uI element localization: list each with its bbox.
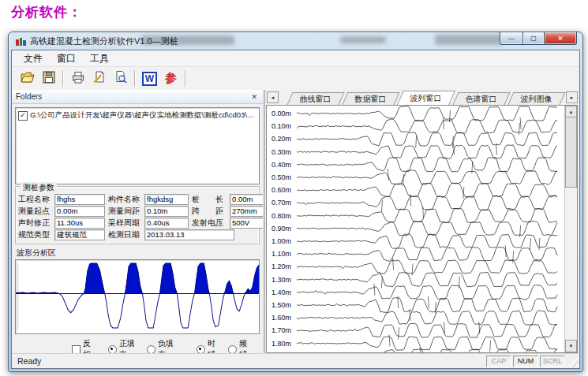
param-row: 规范类型建筑规范检测日期2013.03.13	[18, 229, 257, 240]
param-label: 测量间距	[108, 206, 144, 217]
param-field: fhghs	[54, 194, 105, 205]
right-panel: ◄ 曲线窗口数据窗口波列窗口色谱窗口波列图像 ► 1.80m1.70m1.60m…	[265, 90, 579, 354]
display-controls: 反相正填充负填充时域频域	[15, 338, 260, 354]
tabs: 曲线窗口数据窗口波列窗口色谱窗口波列图像	[290, 91, 566, 105]
up-arrow-icon: ▲	[569, 110, 574, 114]
status-text: Ready	[17, 356, 485, 366]
page-tool-icon	[92, 69, 107, 88]
wave-trace	[297, 183, 557, 197]
right-arrow-icon: ►	[570, 95, 575, 100]
open-file-button[interactable]	[17, 69, 38, 88]
invert-checkbox[interactable]	[72, 345, 81, 354]
down-arrow-icon: ▼	[569, 344, 574, 348]
param-row: 工程名称fhghs构件名称fhgkdsg桩 长0.00m	[18, 194, 257, 205]
word-report-button[interactable]: W	[139, 69, 160, 88]
folders-panel-header: Folders ✕	[12, 90, 263, 104]
print-button[interactable]	[67, 69, 88, 88]
close-button[interactable]: ✕	[544, 32, 577, 45]
param-label: 发射电压	[192, 218, 230, 229]
print-setup-button[interactable]	[88, 69, 110, 88]
wave-trace	[297, 260, 557, 274]
minimize-button[interactable]: —	[500, 32, 523, 45]
wave-trace	[297, 209, 557, 223]
minimize-icon: —	[508, 35, 515, 42]
tab-label: 色谱窗口	[466, 94, 497, 105]
param-label: 测量起点	[18, 206, 54, 217]
tab-scroll-left-button[interactable]: ◄	[267, 91, 279, 103]
wave-trace	[297, 248, 557, 262]
main-content: Folders ✕ ✓G:\公司产品设计开发\超声仪器\超声仪实地检测数据\测桩…	[12, 90, 579, 354]
param-label: 采样周期	[108, 218, 144, 229]
word-icon: W	[142, 72, 157, 86]
menu-file[interactable]: 文件	[17, 50, 50, 67]
scrollbar-thumb[interactable]	[565, 117, 577, 188]
param-label: 跨 距	[192, 206, 230, 217]
left-panel: Folders ✕ ✓G:\公司产品设计开发\超声仪器\超声仪实地检测数据\测桩…	[12, 90, 263, 354]
tab-data-window[interactable]: 数据窗口	[342, 92, 399, 105]
page-title: 分析软件：	[11, 3, 82, 21]
wave-trace	[297, 311, 557, 325]
domain-radio-1[interactable]	[228, 345, 237, 354]
param-label: 规范类型	[18, 229, 54, 240]
folder-item-checkbox[interactable]: ✓	[18, 111, 28, 121]
status-bar: Ready CAPNUMSCRL	[12, 353, 579, 368]
page-magnifier-icon	[113, 69, 129, 88]
status-indicators: CAPNUMSCRL	[485, 356, 565, 367]
toolbar: W 参	[12, 67, 579, 91]
glass-reflection	[340, 36, 386, 43]
window-title: 高铁建混凝土检测分析软件V1.0—测桩	[30, 35, 178, 47]
maximize-icon: ▢	[530, 35, 537, 42]
toolbar-separator	[62, 70, 64, 87]
scroll-down-button[interactable]: ▼	[565, 340, 577, 352]
fill-radio-0[interactable]	[108, 345, 117, 354]
maximize-button[interactable]: ▢	[523, 32, 544, 45]
param-row: 声时修正11.30us采样周期0.40us发射电压500V	[18, 218, 257, 229]
toolbar-separator	[185, 70, 186, 87]
folders-list[interactable]: ✓G:\公司产品设计开发\超声仪器\超声仪实地检测数据\测桩cd\cd03\cd…	[15, 107, 260, 184]
waveform-analysis-chart[interactable]	[15, 259, 260, 334]
param-field: 11.30us	[54, 218, 105, 229]
menu-tools[interactable]: 工具	[83, 50, 116, 67]
tab-wave-train-window[interactable]: 波列窗口	[397, 91, 455, 105]
menu-window[interactable]: 窗口	[50, 50, 83, 67]
folder-item[interactable]: ✓G:\公司产品设计开发\超声仪器\超声仪实地检测数据\测桩cd\cd03\cd…	[16, 108, 259, 123]
page: 分析软件： 高铁建混凝土检测分析软件V1.0—测桩 — ▢ ✕ 文件窗口工具	[0, 0, 588, 376]
tab-scroll-right-button[interactable]: ►	[566, 91, 578, 103]
param-field: 500V	[230, 218, 263, 229]
tab-label: 曲线窗口	[300, 94, 331, 105]
left-arrow-icon: ◄	[271, 95, 275, 100]
menu-bar: 文件窗口工具	[12, 50, 579, 67]
folders-close-icon[interactable]: ✕	[249, 93, 259, 101]
tab-strip: ◄ 曲线窗口数据窗口波列窗口色谱窗口波列图像 ►	[265, 90, 579, 105]
wave-trace	[297, 234, 557, 248]
tab-spectrum-window[interactable]: 色谱窗口	[452, 92, 510, 105]
window-controls: — ▢ ✕	[500, 32, 577, 45]
analysis-waveform	[16, 260, 259, 333]
fill-radio-label: 负填充	[158, 338, 179, 354]
fill-radio-1[interactable]	[147, 345, 155, 354]
title-bar[interactable]: 高铁建混凝土检测分析软件V1.0—测桩 — ▢ ✕	[9, 32, 582, 50]
wave-trace	[297, 119, 557, 133]
wave-trace	[297, 221, 557, 236]
wave-trace	[297, 106, 557, 121]
pile-params-group: 测桩参数 工程名称fhghs构件名称fhgkdsg桩 长0.00m测量起点0.0…	[15, 186, 260, 244]
domain-radio-0[interactable]	[197, 345, 205, 354]
folder-item-label: G:\公司产品设计开发\超声仪器\超声仪实地检测数据\测桩cd\cd03\cd0…	[30, 110, 257, 121]
print-preview-button[interactable]	[110, 69, 131, 88]
parameters-icon: 参	[165, 71, 177, 86]
tab-curve-window[interactable]: 曲线窗口	[287, 92, 344, 105]
tab-label: 波列窗口	[410, 93, 442, 104]
param-label: 检测日期	[108, 229, 144, 240]
vertical-scrollbar[interactable]: ▲ ▼	[564, 106, 577, 352]
save-button[interactable]	[38, 69, 59, 88]
glass-reflection	[435, 35, 503, 45]
invert-label: 反相	[83, 338, 97, 354]
wave-train-panel[interactable]: 1.80m1.70m1.60m1.50m1.40m1.30m1.20m1.10m…	[266, 105, 578, 353]
app-window: 高铁建混凝土检测分析软件V1.0—测桩 — ▢ ✕ 文件窗口工具	[8, 32, 583, 372]
tab-wave-train-image[interactable]: 波列图像	[507, 92, 565, 105]
resize-grip[interactable]	[568, 357, 579, 367]
wave-analysis-title: 波形分析区	[17, 248, 263, 259]
param-field: 2013.03.13	[144, 229, 234, 240]
pile-params-title: 测桩参数	[21, 182, 57, 193]
parameters-button[interactable]: 参	[160, 69, 182, 88]
